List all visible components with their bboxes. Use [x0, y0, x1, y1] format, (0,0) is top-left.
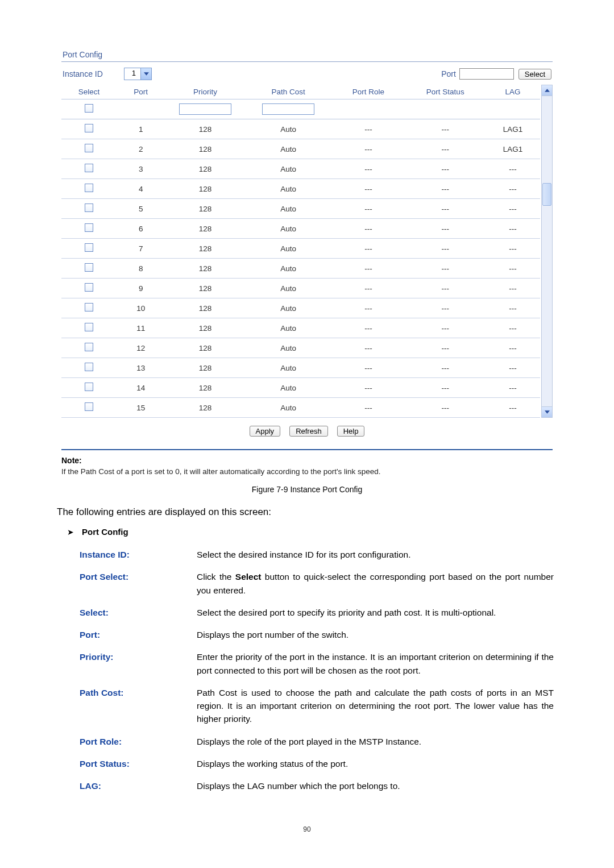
cell-port: 2 — [117, 139, 165, 159]
apply-button[interactable]: Apply — [250, 426, 281, 437]
vertical-scrollbar[interactable] — [541, 85, 553, 418]
row-checkbox[interactable] — [85, 124, 93, 132]
cell-lag: --- — [486, 398, 541, 418]
row-checkbox[interactable] — [85, 164, 93, 172]
row-checkbox[interactable] — [85, 343, 93, 351]
cell-lag: LAG1 — [486, 119, 541, 139]
def-term: Instance ID: — [57, 543, 197, 566]
def-term: Port Select: — [57, 566, 197, 601]
cell-port-status: --- — [405, 318, 486, 338]
cell-port-status: --- — [405, 398, 486, 418]
instance-id-label: Instance ID — [63, 69, 119, 78]
cell-port: 14 — [117, 378, 165, 398]
table-row: 9128Auto--------- — [61, 279, 540, 298]
cell-port: 15 — [117, 398, 165, 418]
row-checkbox[interactable] — [85, 144, 93, 152]
cell-port-status: --- — [405, 239, 486, 259]
triangle-icon: ➤ — [67, 528, 74, 537]
cell-path-cost: Auto — [245, 239, 331, 259]
select-button[interactable]: Select — [518, 69, 551, 80]
cell-port-role: --- — [331, 139, 405, 159]
cell-port: 7 — [117, 239, 165, 259]
refresh-button[interactable]: Refresh — [289, 426, 328, 437]
cell-port-role: --- — [331, 179, 405, 199]
cell-port-status: --- — [405, 298, 486, 318]
row-checkbox[interactable] — [85, 243, 93, 252]
cell-path-cost: Auto — [245, 119, 331, 139]
row-checkbox[interactable] — [85, 402, 93, 411]
cell-lag: --- — [486, 298, 541, 318]
row-checkbox[interactable] — [85, 363, 93, 371]
def-desc: Click the Select button to quick-select … — [197, 566, 557, 601]
cell-lag: --- — [486, 259, 541, 279]
note-block: Note: If the Path Cost of a port is set … — [57, 456, 557, 479]
strong-divider — [61, 449, 553, 450]
def-term: Port: — [57, 624, 197, 646]
cell-lag: --- — [486, 179, 541, 199]
table-row: 15128Auto--------- — [61, 398, 540, 418]
def-term: Port Status: — [57, 753, 197, 775]
cell-port-status: --- — [405, 378, 486, 398]
port-filter-input[interactable] — [459, 68, 514, 80]
row-checkbox[interactable] — [85, 263, 93, 272]
cell-port-role: --- — [331, 338, 405, 358]
row-checkbox[interactable] — [85, 383, 93, 391]
cell-priority: 128 — [165, 179, 246, 199]
instance-id-select[interactable]: 1 — [124, 68, 152, 80]
cell-port: 6 — [117, 219, 165, 239]
priority-input[interactable] — [179, 103, 231, 115]
intro-text: The following entries are displayed on t… — [57, 504, 557, 526]
def-bold: Select — [235, 572, 262, 582]
cell-path-cost: Auto — [245, 378, 331, 398]
scroll-track[interactable] — [542, 96, 552, 406]
def-term: Select: — [57, 601, 197, 624]
cell-port: 1 — [117, 119, 165, 139]
section-heading-row: ➤ Port Config — [57, 526, 557, 543]
cell-port-role: --- — [331, 259, 405, 279]
def-term: Path Cost: — [57, 682, 197, 730]
cell-path-cost: Auto — [245, 279, 331, 298]
row-checkbox[interactable] — [85, 323, 93, 331]
def-desc: Displays the LAG number which the port b… — [197, 775, 557, 797]
note-title: Note: — [61, 456, 553, 465]
cell-priority: 128 — [165, 219, 246, 239]
cell-port-role: --- — [331, 219, 405, 239]
cell-path-cost: Auto — [245, 259, 331, 279]
cell-port: 8 — [117, 259, 165, 279]
cell-priority: 128 — [165, 259, 246, 279]
row-checkbox[interactable] — [85, 184, 93, 192]
row-checkbox[interactable] — [85, 223, 93, 232]
select-all-checkbox[interactable] — [85, 104, 93, 113]
cell-path-cost: Auto — [245, 318, 331, 338]
cell-port-role: --- — [331, 159, 405, 179]
path-cost-input[interactable] — [262, 103, 314, 115]
scroll-thumb[interactable] — [542, 183, 551, 206]
panel-title: Port Config — [57, 45, 557, 61]
instance-id-value: 1 — [125, 68, 140, 80]
def-row: Port: Displays the port number of the sw… — [57, 624, 557, 646]
scroll-up-icon[interactable] — [542, 85, 552, 96]
def-term: Priority: — [57, 646, 197, 682]
col-port-status: Port Status — [405, 85, 486, 99]
row-checkbox[interactable] — [85, 303, 93, 312]
table-header-row: Select Port Priority Path Cost Port Role… — [61, 85, 540, 99]
cell-lag: --- — [486, 199, 541, 219]
help-button[interactable]: Help — [337, 426, 365, 437]
row-checkbox[interactable] — [85, 203, 93, 212]
def-row: Path Cost: Path Cost is used to choose t… — [57, 682, 557, 730]
cell-port-role: --- — [331, 199, 405, 219]
row-checkbox[interactable] — [85, 283, 93, 292]
table-row: 6128Auto--------- — [61, 219, 540, 239]
cell-priority: 128 — [165, 318, 246, 338]
cell-lag: --- — [486, 239, 541, 259]
cell-lag: --- — [486, 279, 541, 298]
cell-path-cost: Auto — [245, 199, 331, 219]
cell-port: 5 — [117, 199, 165, 219]
table-row: 3128Auto--------- — [61, 159, 540, 179]
scroll-down-icon[interactable] — [542, 406, 552, 417]
cell-path-cost: Auto — [245, 219, 331, 239]
cell-lag: --- — [486, 358, 541, 378]
def-row: Port Role: Displays the role of the port… — [57, 730, 557, 753]
table-row: 14128Auto--------- — [61, 378, 540, 398]
port-table: Select Port Priority Path Cost Port Role… — [61, 85, 540, 418]
